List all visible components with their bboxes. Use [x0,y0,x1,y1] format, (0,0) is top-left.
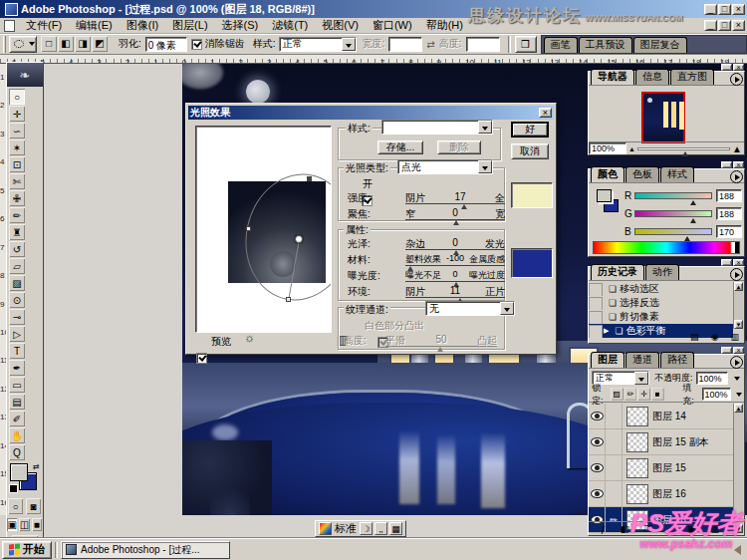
zoom-tool-icon[interactable]: Q [9,444,25,460]
fill-arrow-icon[interactable] [733,388,741,401]
fullscreen-menubar-button[interactable]: ◫ [19,518,29,531]
doc-close-button[interactable]: × [732,20,745,31]
lock-position-icon[interactable]: ✛ [637,388,650,401]
visibility-eye-icon[interactable] [591,412,604,420]
preview-area[interactable] [195,126,332,333]
link-cell[interactable] [606,455,622,481]
layers-scrollbar[interactable]: ▲ ▼ [733,404,743,533]
doc-minimize-button[interactable]: _ [704,20,717,31]
menu-layer[interactable]: 图层(L) [165,17,214,34]
height-slider-row[interactable]: 平滑50凸起 [385,334,497,348]
antialias-checkbox[interactable] [191,39,202,50]
menu-edit[interactable]: 编辑(E) [69,17,120,34]
collapse-icon[interactable] [721,161,732,168]
pen-tool-icon[interactable]: ✒ [9,360,25,376]
collapse-icon[interactable] [721,64,732,71]
layer-thumbnail[interactable] [626,432,648,452]
type-tool-icon[interactable]: T [9,343,25,359]
new-set-icon[interactable]: ❒ [644,524,652,534]
height-input[interactable] [466,37,500,52]
delete-layer-icon[interactable]: ▥ [711,524,720,534]
zoom-slider-thumb[interactable] [682,151,688,156]
blue-value[interactable]: 170 [716,225,742,238]
gloss-slider-row[interactable]: 光泽: 杂边0发光 [348,237,505,251]
palette-menu-icon[interactable] [730,73,743,86]
light-handle[interactable] [246,226,251,231]
layer-style-icon[interactable]: ƒ [601,524,606,534]
visibility-eye-icon[interactable] [591,489,604,498]
history-source-well[interactable] [589,297,603,310]
history-source-well[interactable] [589,325,603,338]
ime-fullwidth-moon-icon[interactable]: ☽ [360,522,373,535]
dialog-style-dropdown[interactable] [381,120,493,135]
red-slider[interactable] [634,192,712,199]
scroll-up-icon[interactable]: ▲ [734,282,743,291]
texture-dropdown[interactable]: 无 [425,301,515,316]
crop-tool-icon[interactable]: ⊡ [9,156,25,172]
blue-slider[interactable] [634,228,712,235]
zoom-in-icon[interactable]: ▲ [732,143,742,154]
color-fg-swatch[interactable] [597,189,612,202]
menu-select[interactable]: 选择(S) [215,17,266,34]
history-brush-tool-icon[interactable]: ↺ [9,241,25,257]
cancel-button[interactable]: 取消 [511,143,549,159]
width-input[interactable] [388,37,422,52]
red-slider-thumb[interactable] [690,200,696,205]
light-center-handle[interactable] [295,235,303,243]
volume-speaker-icon[interactable] [734,545,741,555]
add-to-selection-icon[interactable]: ◧ [58,36,74,52]
brush-tool-icon[interactable]: ✏ [9,207,25,223]
ambience-slider-row[interactable]: 环境: 阴片11正片 [348,285,505,299]
clone-stamp-tool-icon[interactable]: ♜ [9,224,25,240]
light-type-dropdown[interactable]: 点光 [397,159,493,174]
swap-colors-icon[interactable]: ⇄ [33,462,40,471]
red-value[interactable]: 188 [716,189,742,202]
dialog-close-button[interactable]: × [539,108,552,118]
light-bulb-icon[interactable]: ☼ [244,331,255,345]
palette-menu-icon[interactable] [730,170,743,183]
history-source-well[interactable] [589,311,603,324]
visibility-eye-icon[interactable] [591,437,604,446]
history-scrollbar[interactable]: ▲ ▼ [733,282,743,329]
close-button[interactable]: × [732,4,745,15]
foreground-color-swatch[interactable] [10,463,28,481]
layer-row[interactable]: 图层 15 副本 [589,429,733,455]
menu-help[interactable]: 帮助(H) [419,17,470,34]
tab-tool-presets[interactable]: 工具预设 [579,37,632,53]
dodge-tool-icon[interactable]: ⊸ [9,309,25,325]
history-source-well[interactable] [589,283,603,296]
feather-input[interactable]: 0 像素 [145,37,187,52]
lock-image-icon[interactable]: ✏ [624,388,637,401]
new-layer-icon[interactable]: ▣ [687,524,696,534]
ime-logo-icon[interactable] [319,522,332,535]
ime-keyboard-icon[interactable]: ▦ [389,522,402,535]
path-selection-tool-icon[interactable]: ▷ [9,326,25,342]
material-color-swatch[interactable] [511,248,553,278]
light-handle[interactable] [307,176,312,181]
tab-paths[interactable]: 路径 [660,352,694,368]
delete-style-button[interactable]: 删除 [437,140,481,154]
lasso-tool-icon[interactable]: ∽ [9,123,25,139]
close-icon[interactable]: × [733,161,744,168]
lock-transparency-icon[interactable]: ▨ [611,388,623,401]
tab-actions[interactable]: 动作 [645,264,679,280]
toolbox-title-grip[interactable]: ❧ [7,63,43,87]
shape-tool-icon[interactable]: ▭ [9,377,25,393]
scroll-down-icon[interactable]: ▼ [734,320,743,329]
preview-checkbox[interactable] [196,353,207,364]
tab-layer-comps[interactable]: 图层复合 [633,37,687,53]
collapse-icon[interactable] [721,347,732,354]
ime-punctuation-icon[interactable]: ‚‚ [374,522,387,535]
standard-mode-button[interactable]: ○ [8,498,23,514]
file-browser-button[interactable]: ❒ [515,36,537,53]
start-button[interactable]: 开始 [2,541,52,559]
slice-tool-icon[interactable]: ✄ [9,173,25,189]
green-value[interactable]: 188 [716,207,742,220]
menu-file[interactable]: 文件(F) [19,17,69,34]
layer-row[interactable]: 图层 15 [589,455,733,481]
taskbar-task-button[interactable]: Adobe Photoshop - [过程... [61,541,230,559]
menu-filter[interactable]: 滤镜(T) [265,17,315,34]
scroll-up-icon[interactable]: ▲ [734,404,743,413]
add-mask-icon[interactable]: ◧ [621,524,629,534]
palette-menu-icon[interactable] [730,268,743,281]
